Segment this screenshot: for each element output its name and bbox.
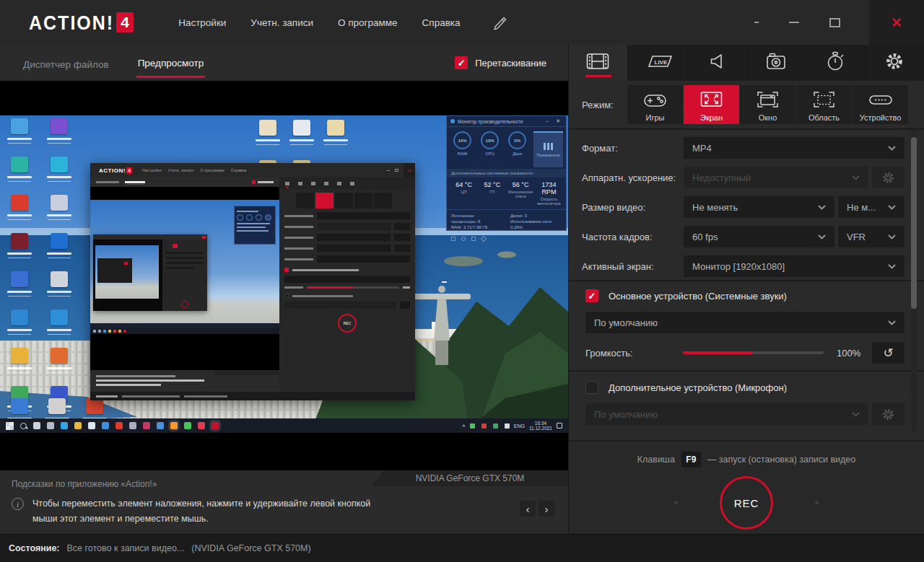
menu-settings[interactable]: Настройки [178,17,226,28]
nested-performance-widget [234,206,276,245]
chevron-down-icon [852,175,860,180]
right-panel: LIVE [568,45,924,534]
menu-accounts[interactable]: Учетн. записи [250,17,313,28]
tab-file-manager[interactable]: Диспетчер файлов [22,49,110,77]
volume-reset-button[interactable]: ↺ [872,342,905,364]
window-icon [756,89,780,113]
hotkey-prefix: Клавиша [637,455,675,465]
desktop-icons-left [3,118,76,424]
desktop-icon [3,157,36,191]
close-button[interactable]: ✕ [869,0,924,45]
drag-checkbox[interactable]: ✓ [455,56,468,69]
framerate-select[interactable]: 60 fps [684,226,834,247]
chevron-down-icon [888,205,896,210]
video-size-extra-select[interactable]: Не м... [838,196,905,218]
active-screen-select[interactable]: Монитор [1920x1080] [684,255,905,277]
tab-video-capture[interactable] [569,45,628,81]
maximize-button[interactable] [829,18,840,27]
pmon-footer: Логические процессоры: 8RAM: 3,71/7,98 Г… [447,209,566,233]
tip-prev-button[interactable]: ‹ [520,501,536,517]
nested-taskbar [90,328,279,334]
desktop-icon [3,271,36,306]
hwaccel-label: Аппаратн. ускорение: [582,172,684,183]
tips-bar: NVIDIA GeForce GTX 570M Подсказки по при… [0,470,568,534]
mode-window-button[interactable]: Окно [740,85,796,124]
captured-desktop-frame: ACTION! 4 Настройки Учетн. записи О прог… [0,115,568,433]
hotkey-hint: Клавиша F9 — запуск (остановка) записи в… [569,442,924,467]
mode-games-button[interactable]: Игры [627,85,683,124]
performance-monitor-widget: Монитор производительности ← ✕ 14%RAM 19… [446,115,567,231]
rec-button[interactable]: REC [720,476,773,530]
desktop-icon [43,233,76,268]
video-capture-icon [586,52,610,74]
video-size-select[interactable]: Не менять [684,196,834,218]
mode-device-button[interactable]: Устройство [853,85,908,124]
desktop-icon [43,157,76,191]
taskbar-icon [505,423,510,429]
format-select[interactable]: MP4 [684,137,905,159]
hotkey-suffix: — запуск (остановка) записи видео [707,455,855,465]
tips-header: Подсказки по приложению «Action!» [12,479,157,489]
tab-time-shift[interactable] [806,45,866,81]
mode-region-button[interactable]: Область [796,85,852,124]
gear-icon [884,51,905,74]
pmon-logo-icon [450,119,455,123]
taskbar-icon [143,422,150,429]
system-audio-section: ✓ Основное устройство (Системные звуки) … [569,281,924,370]
microphone-checkbox[interactable] [585,381,598,394]
mode-label: Режим: [582,100,627,110]
menu-about[interactable]: О программе [338,17,398,28]
nested-menu-item: Справка [231,168,247,172]
tray-icons [470,423,510,429]
taskbar-icon [74,422,82,429]
tab-live-streaming[interactable]: LIVE [628,45,687,81]
minimize-button[interactable] [789,22,799,23]
main-area: Диспетчер файлов Предпросмотр ✓ Перетаск… [0,45,924,534]
mode-screen-button[interactable]: Экран [684,85,739,124]
microphone-device-row: По умолчанию [585,403,905,425]
nested-preview [90,187,279,370]
menu-help[interactable]: Справка [422,17,461,28]
microphone-section: Дополнительное устройство (Микрофон) По … [569,372,924,440]
nested-window-controls: ✕ [387,163,415,177]
volume-value: 100% [837,348,860,359]
hotkey-keycap: F9 [681,452,701,467]
nested-logo-badge: 4 [126,167,132,174]
system-audio-checkbox[interactable]: ✓ [585,289,598,302]
tab-settings[interactable] [866,45,924,81]
tray-language: ENG [514,423,525,429]
taskbar-icon [170,422,178,429]
desktop-icon [3,233,36,268]
format-row: Формат: MP4 [582,137,905,159]
tab-screenshots[interactable] [747,45,806,81]
volume-slider-fill [683,351,753,354]
pmon-rings: 14%RAM 19%CPU 0%Диск Показатели [447,127,566,169]
volume-slider[interactable] [683,351,824,354]
tip-next-button[interactable]: › [539,501,554,517]
desktop-icon [3,195,36,229]
tip-row: i Чтобы переместить элемент наложения, н… [12,496,370,527]
taskbar-icon [212,422,219,429]
microphone-checkbox-row: Дополнительное устройство (Микрофон) [569,373,924,395]
panel-scrollbar-thumb[interactable] [911,137,917,309]
chevron-down-icon [818,205,826,210]
logo-version-badge: 4 [116,12,134,32]
taskbar-icon [470,423,475,429]
tab-audio-recording[interactable] [687,45,746,81]
desktop-icon [43,309,76,344]
collapse-to-tray-button[interactable] [754,22,759,23]
microphone-gear-button [872,403,905,425]
tab-preview[interactable]: Предпросмотр [136,48,206,78]
taskbar-icon [88,422,95,429]
bar-chart-icon [544,143,553,150]
drag-checkbox-group[interactable]: ✓ Перетаскивание [455,56,546,69]
desktop-icon [285,120,318,154]
pmon-close-icon: ← ✕ [545,118,562,124]
pen-tool-icon[interactable] [491,12,510,33]
desktop-icon [43,348,76,382]
disk-ring: 0% [508,131,526,149]
status-gpu: (NVIDIA GeForce GTX 570M) [191,543,310,553]
preview-viewport[interactable]: ACTION! 4 Настройки Учетн. записи О прог… [0,81,568,470]
system-audio-device-select[interactable]: По умолчанию [585,312,905,333]
framerate-mode-select[interactable]: VFR [838,226,905,247]
